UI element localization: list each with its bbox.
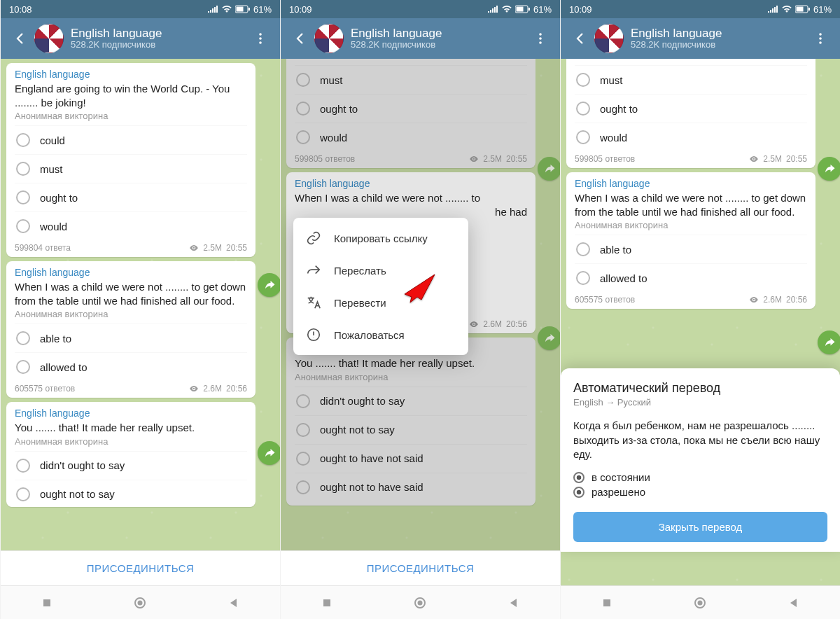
poll-message-2[interactable]: English language When I was a child we w… [6, 261, 255, 398]
poll-option[interactable]: didn't ought to say [15, 451, 247, 480]
message-time: 20:55 [226, 243, 247, 253]
more-icon[interactable] [806, 25, 834, 53]
poll-answer-count: 599805 ответов [575, 154, 635, 164]
sender-name: English language [15, 408, 247, 419]
sender-name: English language [15, 69, 247, 80]
svg-rect-20 [323, 599, 330, 606]
radio-icon [573, 487, 584, 498]
svg-point-30 [753, 299, 755, 300]
poll-option[interactable]: allowed to [15, 352, 247, 381]
poll-question: When I was a child we were not ........ … [15, 280, 247, 307]
nav-home-icon[interactable] [694, 597, 706, 609]
status-time: 10:09 [289, 4, 312, 15]
android-navbar [1, 585, 280, 619]
back-icon[interactable] [566, 25, 594, 53]
channel-subtitle: 528.2K подписчиков [71, 40, 246, 50]
svg-point-7 [193, 388, 195, 389]
share-button[interactable] [258, 273, 280, 297]
nav-back-icon[interactable] [788, 597, 799, 608]
poll-answer-count: 605575 ответов [15, 384, 75, 394]
radio-icon [576, 73, 590, 87]
poll-message-3[interactable]: English language You ....... that! It ma… [6, 402, 255, 507]
battery-icon [235, 5, 251, 13]
more-icon[interactable] [526, 25, 554, 53]
nav-recent-icon[interactable] [321, 597, 332, 608]
translate-option[interactable]: в состоянии [573, 470, 827, 485]
chat-area: could must ought to would 599805 ответов… [281, 59, 560, 550]
translate-body: Когда я был ребенком, нам не разрешалось… [573, 419, 827, 461]
channel-title: English language [71, 27, 246, 41]
wifi-icon [501, 5, 512, 13]
poll-caption: Анонимная викторина [575, 220, 807, 230]
poll-option[interactable]: would [15, 211, 247, 240]
poll-option[interactable]: must [575, 65, 807, 94]
radio-icon [576, 102, 590, 116]
nav-back-icon[interactable] [228, 597, 239, 608]
svg-point-33 [698, 600, 703, 605]
poll-option[interactable]: could [575, 59, 807, 65]
poll-message-1[interactable]: could must ought to would 599805 ответов… [566, 59, 816, 168]
signal-icon [487, 5, 498, 13]
poll-option[interactable]: able to [575, 235, 807, 263]
status-bar: 10:08 61% [1, 0, 280, 18]
nav-recent-icon[interactable] [601, 597, 612, 608]
back-icon[interactable] [286, 25, 314, 53]
menu-report[interactable]: Пожаловаться [293, 319, 468, 351]
chat-header[interactable]: English language 528.2K подписчиков [561, 18, 840, 59]
svg-rect-31 [603, 599, 610, 606]
screen-1: 10:08 61% English language 528.2K подпис… [0, 0, 280, 619]
channel-avatar[interactable] [34, 24, 64, 53]
share-button[interactable] [258, 441, 280, 465]
nav-back-icon[interactable] [508, 597, 519, 608]
radio-icon [16, 487, 30, 501]
back-icon[interactable] [6, 25, 34, 53]
join-button[interactable]: ПРИСОЕДИНИТЬСЯ [281, 550, 560, 585]
svg-point-6 [193, 247, 195, 249]
poll-option[interactable]: ought to [15, 183, 247, 211]
poll-question: When I was a child we were not ........ … [575, 191, 807, 218]
nav-recent-icon[interactable] [41, 597, 52, 608]
menu-translate[interactable]: Перевести [293, 286, 468, 319]
chat-header[interactable]: English language 528.2K подписчиков [281, 18, 560, 59]
translate-icon [306, 295, 321, 310]
svg-rect-24 [796, 7, 803, 12]
share-button[interactable] [818, 157, 840, 181]
screen-3: 10:09 61% English language 528.2K подпис… [560, 0, 840, 619]
svg-point-16 [539, 41, 542, 44]
poll-message-1[interactable]: English language England are going to wi… [6, 63, 255, 257]
svg-rect-12 [516, 7, 523, 12]
channel-avatar[interactable] [594, 24, 624, 53]
radio-icon [16, 162, 30, 176]
poll-option[interactable]: able to [15, 324, 247, 352]
nav-home-icon[interactable] [134, 597, 146, 609]
more-icon[interactable] [246, 25, 274, 53]
svg-point-28 [819, 41, 822, 44]
signal-icon [767, 5, 778, 13]
svg-point-29 [753, 158, 755, 160]
poll-question: England are going to win the World Cup. … [15, 82, 247, 109]
translate-option[interactable]: разрешено [573, 485, 827, 499]
wifi-icon [781, 5, 792, 13]
menu-forward[interactable]: Переслать [293, 254, 468, 286]
translate-panel: Автоматический перевод English → Русский… [561, 368, 840, 552]
poll-option[interactable]: must [15, 154, 247, 183]
signal-icon [207, 5, 218, 13]
nav-home-icon[interactable] [414, 597, 426, 609]
status-time: 10:09 [569, 4, 592, 15]
poll-option[interactable]: ought not to say [15, 480, 247, 503]
radio-icon [16, 459, 30, 473]
channel-avatar[interactable] [314, 24, 344, 53]
svg-rect-1 [236, 7, 243, 12]
svg-point-26 [819, 33, 822, 36]
poll-message-2[interactable]: English language When I was a child we w… [566, 172, 816, 309]
chat-header[interactable]: English language 528.2K подписчиков [1, 18, 280, 59]
poll-option[interactable]: could [15, 125, 247, 154]
share-button[interactable] [818, 331, 840, 354]
menu-copy-link[interactable]: Копировать ссылку [293, 222, 468, 254]
poll-option[interactable]: would [575, 123, 807, 151]
poll-option[interactable]: allowed to [575, 263, 807, 292]
close-translate-button[interactable]: Закрыть перевод [573, 512, 827, 542]
svg-point-10 [138, 600, 143, 605]
join-button[interactable]: ПРИСОЕДИНИТЬСЯ [1, 550, 280, 585]
poll-option[interactable]: ought to [575, 94, 807, 123]
